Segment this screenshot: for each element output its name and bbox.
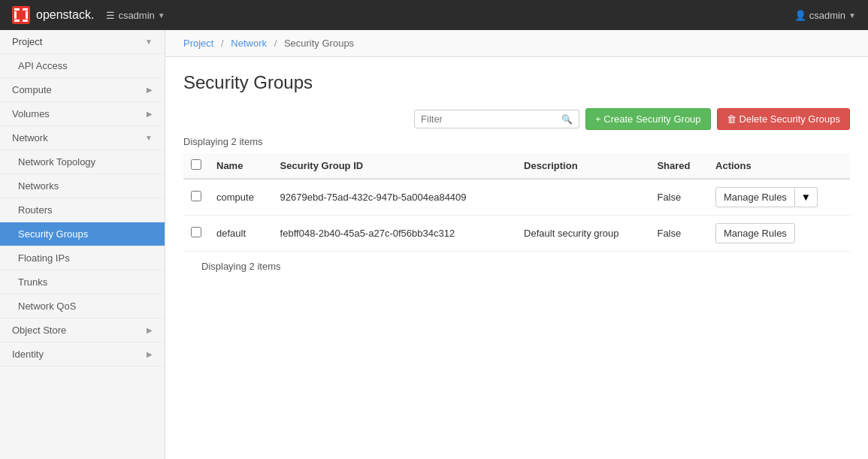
filter-input-wrap: 🔍: [414, 110, 579, 128]
sidebar-project-label: Project: [12, 36, 42, 47]
select-all-checkbox[interactable]: [191, 159, 201, 170]
search-icon: 🔍: [561, 114, 573, 125]
row1-btn-group: Manage Rules ▼: [715, 187, 842, 207]
svg-rect-6: [26, 11, 28, 19]
sidebar-item-volumes[interactable]: Volumes ▶: [0, 102, 165, 126]
navbar-project-label: csadmin: [118, 10, 154, 21]
row2-description: Default security group: [516, 216, 649, 252]
page-header: Security Groups: [165, 57, 868, 102]
chevron-down-icon: ▼: [145, 38, 153, 46]
breadcrumb-project[interactable]: Project: [183, 38, 213, 49]
user-icon: 👤: [794, 10, 806, 21]
row1-description: [516, 179, 649, 216]
breadcrumb-sep-2: /: [274, 38, 277, 49]
chevron-right-icon: ▶: [147, 326, 153, 334]
filter-input[interactable]: [421, 113, 561, 125]
navbar-project-dropdown[interactable]: ☰ csadmin ▼: [106, 10, 165, 21]
layout: Project ▼ API Access Compute ▶ Volumes ▶…: [0, 30, 868, 459]
sidebar-item-identity[interactable]: Identity ▶: [0, 343, 165, 367]
col-id: Security Group ID: [273, 153, 516, 179]
openstack-logo: [12, 6, 30, 24]
chevron-right-icon: ▶: [147, 86, 153, 94]
svg-rect-4: [23, 20, 28, 22]
breadcrumb: Project / Network / Security Groups: [165, 30, 868, 57]
row2-name: default: [209, 216, 273, 252]
security-groups-table: Name Security Group ID Description Share…: [183, 153, 850, 252]
col-name: Name: [209, 153, 273, 179]
col-description: Description: [516, 153, 649, 179]
sidebar-item-object-store[interactable]: Object Store ▶: [0, 319, 165, 343]
row2-checkbox-cell: [183, 216, 209, 252]
breadcrumb-sep-1: /: [221, 38, 224, 49]
sidebar-item-networks[interactable]: Networks: [0, 174, 165, 198]
displaying-count-top: Displaying 2 items: [183, 136, 850, 147]
row1-checkbox[interactable]: [191, 191, 201, 201]
table-body: compute 92679ebd-75ad-432c-947b-5a004ea8…: [183, 179, 850, 252]
navbar-left: openstack. ☰ csadmin ▼: [12, 6, 165, 24]
brand: openstack.: [12, 6, 94, 24]
displaying-count-bottom: Displaying 2 items: [183, 255, 850, 278]
main-content: Project / Network / Security Groups Secu…: [165, 30, 868, 459]
sidebar-item-network-qos[interactable]: Network QoS: [0, 294, 165, 319]
col-shared: Shared: [649, 153, 708, 179]
table-wrap: Displaying 2 items Name Security Group I…: [165, 136, 868, 278]
sidebar-item-api-access[interactable]: API Access: [0, 54, 165, 78]
sidebar-item-floating-ips[interactable]: Floating IPs: [0, 246, 165, 270]
sidebar-item-security-groups[interactable]: Security Groups: [0, 222, 165, 246]
create-security-group-button[interactable]: + Create Security Group: [585, 108, 711, 130]
chevron-down-icon: ▼: [158, 11, 165, 20]
row1-actions: Manage Rules ▼: [708, 179, 850, 216]
row1-checkbox-cell: [183, 179, 209, 216]
row1-manage-rules-button[interactable]: Manage Rules: [715, 187, 795, 207]
row2-shared: False: [649, 216, 708, 252]
sidebar-item-trunks[interactable]: Trunks: [0, 270, 165, 294]
chevron-right-icon: ▶: [147, 350, 153, 358]
svg-rect-5: [14, 11, 17, 19]
breadcrumb-current: Security Groups: [284, 38, 354, 49]
breadcrumb-network[interactable]: Network: [231, 38, 267, 49]
sidebar: Project ▼ API Access Compute ▶ Volumes ▶…: [0, 30, 165, 459]
delete-security-groups-button[interactable]: 🗑 Delete Security Groups: [717, 108, 850, 130]
chevron-down-icon: ▼: [848, 11, 856, 20]
row1-shared: False: [649, 179, 708, 216]
table-header: Name Security Group ID Description Share…: [183, 153, 850, 179]
select-all-col: [183, 153, 209, 179]
sidebar-item-project[interactable]: Project ▼: [0, 30, 165, 54]
trash-icon: 🗑: [727, 113, 736, 125]
row1-id: 92679ebd-75ad-432c-947b-5a004ea84409: [273, 179, 516, 216]
navbar-user-dropdown[interactable]: 👤 csadmin ▼: [794, 10, 856, 21]
page-title: Security Groups: [183, 72, 850, 93]
row2-id: febff048-2b40-45a5-a27c-0f56bb34c312: [273, 216, 516, 252]
toolbar: 🔍 + Create Security Group 🗑 Delete Secur…: [165, 102, 868, 136]
sidebar-item-network-topology[interactable]: Network Topology: [0, 150, 165, 174]
brand-text: openstack.: [36, 8, 94, 22]
svg-rect-2: [23, 8, 28, 11]
navbar-icon: ☰: [106, 10, 115, 21]
chevron-right-icon: ▶: [147, 110, 153, 118]
row2-checkbox[interactable]: [191, 227, 201, 237]
row2-manage-rules-button[interactable]: Manage Rules: [715, 223, 795, 243]
chevron-down-icon: ▼: [801, 192, 811, 203]
chevron-down-icon: ▼: [145, 134, 153, 142]
svg-rect-1: [14, 8, 20, 11]
col-actions: Actions: [708, 153, 850, 179]
row1-name: compute: [209, 179, 273, 216]
navbar: openstack. ☰ csadmin ▼ 👤 csadmin ▼: [0, 0, 868, 30]
navbar-user-label: csadmin: [809, 10, 845, 21]
table-row: compute 92679ebd-75ad-432c-947b-5a004ea8…: [183, 179, 850, 216]
svg-rect-3: [14, 20, 20, 22]
sidebar-item-routers[interactable]: Routers: [0, 198, 165, 222]
sidebar-item-compute[interactable]: Compute ▶: [0, 78, 165, 102]
table-row: default febff048-2b40-45a5-a27c-0f56bb34…: [183, 216, 850, 252]
sidebar-item-network[interactable]: Network ▼: [0, 126, 165, 150]
row2-actions: Manage Rules: [708, 216, 850, 252]
row1-dropdown-caret-button[interactable]: ▼: [795, 187, 818, 207]
